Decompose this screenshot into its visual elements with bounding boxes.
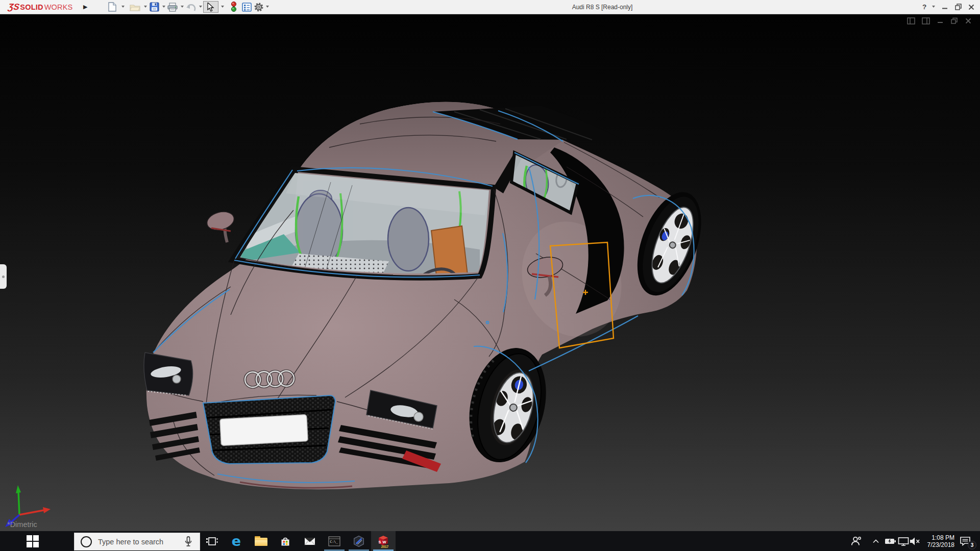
design-binder-icon <box>242 3 252 12</box>
hexagon-app-icon <box>352 535 365 548</box>
tray-hidden-icons-button[interactable] <box>871 531 881 551</box>
undo-arrow-icon <box>186 3 196 11</box>
stoplight-icon <box>230 2 237 12</box>
view-orientation-label: *Dimetric <box>7 520 37 529</box>
dropdown-caret-icon[interactable] <box>221 6 224 8</box>
audi-r8-model[interactable] <box>0 14 980 531</box>
battery-charging-icon <box>884 536 897 547</box>
taskbar-app-hexagon-3d[interactable] <box>347 531 371 551</box>
microsoft-store-icon <box>279 535 291 547</box>
taskbar-search-input[interactable]: Type here to search <box>74 533 200 550</box>
dropdown-caret-icon[interactable] <box>162 6 165 8</box>
doc-close-icon[interactable] <box>965 17 972 24</box>
graphics-viewport[interactable]: *Dimetric <box>0 14 980 531</box>
taskbar-app-store[interactable] <box>273 531 298 551</box>
clock-date: 7/23/2018 <box>927 541 954 548</box>
document-title: Audi R8 S [Read-only] <box>572 0 633 14</box>
document-window-controls <box>907 17 972 24</box>
pane-right-icon[interactable] <box>922 17 930 24</box>
save-floppy-icon <box>150 2 159 12</box>
featuremanager-collapsed-tab[interactable] <box>0 264 7 289</box>
dropdown-caret-icon[interactable] <box>266 6 269 8</box>
new-document-icon <box>108 2 116 12</box>
people-icon <box>849 535 863 548</box>
minimize-icon <box>942 4 948 10</box>
menu-flyout-arrow-icon[interactable]: ▶ <box>83 0 87 14</box>
y-axis-arrowhead <box>16 485 21 493</box>
minimize-button[interactable] <box>939 0 950 14</box>
taskbar-app-mail[interactable] <box>298 531 322 551</box>
search-placeholder: Type here to search <box>98 538 182 546</box>
close-icon <box>968 4 974 10</box>
gear-icon <box>254 2 264 12</box>
tray-battery-button[interactable] <box>884 531 897 551</box>
save-button[interactable] <box>148 1 160 13</box>
sw-year: 2017 <box>381 545 389 548</box>
close-button[interactable] <box>966 0 977 14</box>
print-button[interactable] <box>166 1 179 13</box>
tray-people-button[interactable] <box>849 531 863 551</box>
tab-dot <box>2 276 5 278</box>
edge-icon: e <box>232 534 241 548</box>
dassault-mark: ƷS <box>7 2 20 12</box>
pane-left-icon[interactable] <box>907 17 915 24</box>
mail-icon <box>303 536 316 547</box>
dropdown-caret-icon[interactable] <box>144 6 147 8</box>
help-button[interactable]: ? <box>919 0 930 14</box>
microphone-icon[interactable] <box>182 535 194 548</box>
taskbar-app-edge[interactable]: e <box>224 531 249 551</box>
front-grille[interactable] <box>203 395 335 464</box>
task-view-icon <box>205 535 218 547</box>
dropdown-caret-icon[interactable] <box>181 6 184 8</box>
notification-count-badge: 3 <box>968 541 976 549</box>
doc-minimize-icon[interactable] <box>937 17 944 24</box>
dropdown-caret-icon[interactable] <box>932 6 935 8</box>
tray-network-button[interactable] <box>897 531 910 551</box>
dropdown-caret-icon[interactable] <box>121 6 125 8</box>
task-view-button[interactable] <box>200 531 224 551</box>
windows-taskbar: Type here to search e <box>0 531 980 551</box>
command-prompt-icon: C:\_ <box>328 535 341 547</box>
open-button[interactable] <box>129 1 141 13</box>
print-icon <box>167 3 178 12</box>
restore-icon <box>955 4 962 10</box>
select-tool-button[interactable] <box>203 1 218 13</box>
license-plate[interactable] <box>220 415 308 446</box>
solidworks-logo[interactable]: ƷSSOLIDWORKS <box>0 0 81 14</box>
doc-restore-icon[interactable] <box>950 17 958 24</box>
chevron-up-icon <box>871 536 881 546</box>
options-button[interactable] <box>253 1 265 13</box>
open-folder-icon <box>130 3 140 11</box>
windows-logo-icon <box>27 535 32 541</box>
stoplight-macro-button[interactable] <box>228 1 240 13</box>
select-cursor-icon <box>207 3 214 12</box>
cortana-icon <box>81 536 92 547</box>
network-display-icon <box>897 536 910 547</box>
taskbar-app-file-explorer[interactable] <box>249 531 273 551</box>
cmd-label: C:\_ <box>330 539 338 543</box>
x-axis-arrowhead <box>43 507 51 513</box>
taskbar-app-command-prompt[interactable]: C:\_ <box>322 531 347 551</box>
clock-time: 1:08 PM <box>932 534 954 541</box>
dropdown-caret-icon[interactable] <box>199 6 202 8</box>
solidworks-window: ƷSSOLIDWORKS ▶ <box>0 0 980 551</box>
solidworks-2017-icon: SW 2017 <box>376 534 390 549</box>
new-document-button[interactable] <box>106 1 118 13</box>
start-button[interactable] <box>27 535 39 547</box>
sw-letters: SW <box>378 540 387 544</box>
x-axis <box>19 510 44 515</box>
taskbar-clock[interactable]: 1:08 PM 7/23/2018 <box>918 531 954 551</box>
undo-button[interactable] <box>185 1 197 13</box>
restore-button[interactable] <box>952 0 964 14</box>
file-explorer-icon <box>255 536 267 546</box>
design-binder-button[interactable] <box>240 1 253 13</box>
y-axis <box>18 491 19 515</box>
titlebar: ƷSSOLIDWORKS ▶ <box>0 0 980 14</box>
taskbar-app-solidworks[interactable]: SW 2017 <box>371 531 396 551</box>
